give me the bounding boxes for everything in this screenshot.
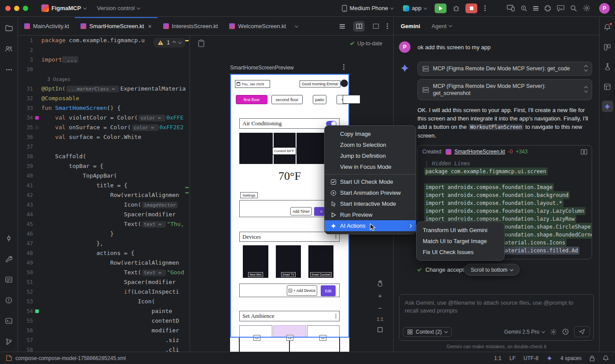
tool-call-get-code[interactable]: MCP (Figma Remote Dev Mode MCP Server): …	[417, 62, 592, 76]
code-view-button[interactable]	[337, 21, 348, 32]
warning-stripe-mark[interactable]	[185, 40, 189, 41]
menu-item-ai-actions[interactable]: AI Actions	[325, 220, 416, 231]
tab-welcomescreen[interactable]: WelcomeScreen.kt	[223, 17, 292, 35]
menu-item-jump-to-definition[interactable]: Jump to Definition	[325, 150, 416, 161]
color-swatch[interactable]	[35, 309, 39, 313]
search-everywhere-icon[interactable]	[570, 5, 577, 12]
todo-list-icon[interactable]	[533, 8, 538, 9]
lock-icon[interactable]	[589, 355, 595, 361]
menu-item-start-interactive-mode[interactable]: Start Interactive Mode	[325, 198, 416, 209]
more-actions-icon[interactable]	[484, 7, 486, 9]
project-name: FigmaMCP	[51, 5, 81, 11]
tab-gemini[interactable]: Gemini	[401, 23, 420, 29]
close-window-icon[interactable]	[5, 6, 11, 11]
gemini-icon[interactable]	[602, 101, 613, 112]
project-folder-icon[interactable]	[3, 22, 15, 34]
model-selector[interactable]: Gemini 2.5 Pro	[504, 329, 545, 335]
caret-position[interactable]: 1:1	[494, 355, 502, 361]
created-file-link[interactable]: SmartHomeScreen.kt	[454, 149, 505, 155]
build-variants-icon[interactable]	[602, 41, 613, 53]
menu-item-copy-image[interactable]: Copy Image	[325, 128, 416, 139]
run-button[interactable]	[435, 4, 447, 13]
commit-icon[interactable]	[3, 233, 15, 244]
device-manager-icon[interactable]	[602, 61, 613, 73]
context-chip[interactable]: Context (2)	[403, 327, 452, 337]
running-devices-icon[interactable]	[507, 5, 515, 11]
terminal-icon[interactable]	[3, 315, 15, 327]
more-tool-windows-icon[interactable]	[3, 64, 15, 75]
color-swatch[interactable]	[35, 116, 39, 120]
expand-icon[interactable]	[585, 87, 587, 93]
build-icon[interactable]	[3, 253, 15, 265]
ui-check-clipboard-icon[interactable]	[198, 40, 205, 47]
tab-agent[interactable]: Agent	[432, 23, 452, 29]
code-editor[interactable]: 1package com.example.figmamcp.u23import …	[18, 36, 190, 352]
zoom-to-fit-icon[interactable]	[377, 327, 383, 333]
stop-button[interactable]	[465, 4, 477, 13]
scroll-to-bottom-button[interactable]: Scroll to bottom	[464, 264, 520, 276]
tab-mainactivity[interactable]: MainActivity.kt	[18, 17, 75, 35]
file-encoding[interactable]: UTF-8	[523, 355, 538, 361]
line-ending[interactable]: LF	[509, 355, 516, 361]
inline-code: WorkoutPlanScreen	[469, 124, 524, 130]
send-button[interactable]	[574, 326, 590, 337]
menu-item-start-animation-preview[interactable]: Start Animation Preview	[325, 187, 416, 198]
resource-manager-icon[interactable]	[3, 43, 15, 55]
breadcrumb-file[interactable]: compose-compose-model-1758866285245.xml	[15, 355, 126, 361]
zoom-out-button[interactable]: −	[378, 304, 382, 312]
window-controls[interactable]	[5, 6, 28, 11]
run-config-selector[interactable]: app	[403, 5, 427, 11]
zoom-level[interactable]: 1:1	[377, 317, 383, 322]
menu-item-transform-ui-with-gemini[interactable]: Transform UI with Gemini	[417, 225, 504, 236]
pan-hand-icon[interactable]	[377, 280, 384, 287]
chevron-down-icon	[510, 267, 513, 271]
debug-button[interactable]	[450, 4, 462, 13]
tab-smarthomescreen[interactable]: SmartHomeScreen.kt ×	[75, 17, 157, 35]
indent-setting[interactable]: 4 spaces	[560, 355, 582, 361]
problems-icon[interactable]	[3, 295, 15, 306]
device-selector[interactable]: Medium Phone	[342, 5, 393, 12]
notifications-icon[interactable]	[602, 22, 613, 33]
user-avatar[interactable]: P	[599, 3, 610, 14]
plugins-icon[interactable]	[544, 5, 551, 12]
history-icon[interactable]	[562, 328, 569, 335]
open-diff-icon[interactable]	[581, 149, 587, 155]
close-tab-icon[interactable]: ×	[148, 23, 151, 29]
color-swatch[interactable]	[35, 126, 39, 129]
tab-options-icon[interactable]	[387, 25, 388, 27]
change-stripe-mark[interactable]	[185, 187, 189, 188]
design-view-button[interactable]	[370, 21, 381, 32]
vcs-widget[interactable]: Version control	[97, 5, 140, 11]
gemini-chat-icon[interactable]	[557, 5, 564, 11]
project-widget[interactable]: FigmaMCP	[41, 4, 86, 12]
preview-options-icon[interactable]	[343, 66, 344, 68]
zoom-in-button[interactable]: +	[378, 292, 382, 299]
inspections-widget[interactable]: 1	[154, 38, 185, 47]
settings-icon[interactable]	[583, 4, 590, 12]
notifications-status-icon[interactable]	[603, 355, 609, 361]
preview-resize-handle[interactable]	[343, 95, 360, 104]
next-issue-icon[interactable]	[178, 40, 182, 44]
menu-item-start-ui-check-mode[interactable]: Start UI Check Mode	[325, 176, 416, 187]
tab-interestsscreen[interactable]: InterestsScreen.kt	[157, 17, 224, 35]
split-view-button[interactable]	[353, 21, 365, 32]
maximize-window-icon[interactable]	[23, 6, 28, 11]
prompt-settings-icon[interactable]	[550, 328, 557, 335]
app-inspection-icon[interactable]	[520, 5, 527, 12]
gemini-input-box[interactable]: Ask Gemini, use @filename to attach sour…	[399, 294, 594, 341]
menu-item-view-in-focus-mode[interactable]: View in Focus Mode	[325, 161, 416, 172]
menu-item-run-preview[interactable]: Run Preview	[325, 209, 416, 220]
gemini-status-icon[interactable]	[546, 355, 553, 361]
menu-item-fix-ui-check-issues[interactable]: Fix UI Check Issues	[417, 247, 504, 258]
menu-item-match-ui-to-target-image[interactable]: Match UI to Target Image	[417, 236, 504, 247]
version-control-icon[interactable]	[3, 336, 15, 347]
logcat-icon[interactable]	[3, 274, 15, 285]
expand-icon[interactable]	[585, 66, 587, 72]
change-stripe-mark[interactable]	[185, 192, 189, 193]
layout-inspector-icon[interactable]	[602, 81, 613, 92]
hidden-tabs-dropdown-icon[interactable]	[295, 24, 298, 27]
menu-item-zoom-to-selection[interactable]: Zoom to Selection	[325, 139, 416, 150]
minimize-window-icon[interactable]	[14, 6, 19, 11]
prev-issue-icon[interactable]	[172, 41, 176, 44]
tool-call-get-screenshot[interactable]: MCP (Figma Remote Dev Mode MCP Server): …	[417, 79, 592, 100]
